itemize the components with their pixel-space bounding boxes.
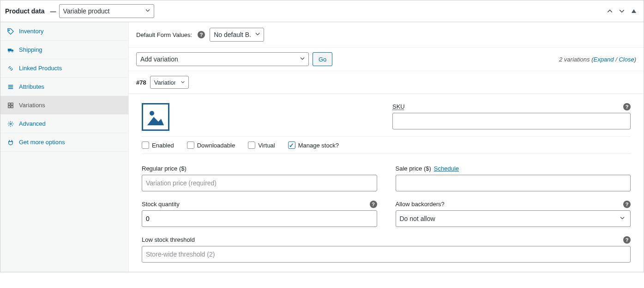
sidebar: Inventory Shipping Linked Products Attri… bbox=[0, 22, 129, 272]
svg-rect-0 bbox=[8, 49, 12, 51]
title-dash: — bbox=[50, 8, 56, 15]
sidebar-item-label: Shipping bbox=[19, 46, 42, 53]
variation-attr-select-wrap: Variation bbox=[150, 76, 189, 89]
panel-title: Product data bbox=[5, 7, 45, 15]
svg-rect-4 bbox=[8, 86, 13, 87]
regular-price-label: Regular price ($) bbox=[142, 165, 377, 172]
svg-point-1 bbox=[8, 51, 10, 52]
link-icon bbox=[7, 65, 14, 72]
help-icon[interactable]: ? bbox=[623, 201, 631, 208]
sidebar-item-variations[interactable]: Variations bbox=[0, 96, 128, 115]
sku-input[interactable] bbox=[392, 113, 631, 129]
sidebar-item-label: Linked Products bbox=[19, 65, 62, 72]
sidebar-item-advanced[interactable]: Advanced bbox=[0, 115, 128, 133]
panel-collapse-up-button[interactable] bbox=[605, 6, 615, 16]
list-icon bbox=[7, 84, 14, 90]
svg-rect-9 bbox=[11, 105, 13, 107]
sidebar-item-attributes[interactable]: Attributes bbox=[0, 78, 128, 96]
enabled-checkbox-wrap[interactable]: Enabled bbox=[142, 141, 174, 149]
allow-backorders-select[interactable]: Do not allow bbox=[396, 210, 631, 227]
downloadable-label: Downloadable bbox=[197, 142, 235, 149]
gear-icon bbox=[7, 121, 14, 127]
grid-icon bbox=[7, 102, 14, 109]
help-icon[interactable]: ? bbox=[370, 201, 377, 208]
check-icon: ✓ bbox=[289, 142, 294, 148]
downloadable-checkbox-wrap[interactable]: Downloadable bbox=[187, 141, 235, 149]
sidebar-item-linked-products[interactable]: Linked Products bbox=[0, 59, 128, 78]
variation-attr-select[interactable]: Variation bbox=[150, 76, 189, 89]
virtual-checkbox[interactable] bbox=[248, 141, 255, 149]
virtual-checkbox-wrap[interactable]: Virtual bbox=[248, 141, 275, 149]
manage-stock-checkbox[interactable]: ✓ bbox=[288, 141, 295, 149]
help-icon[interactable]: ? bbox=[623, 103, 631, 110]
tag-icon bbox=[7, 28, 14, 35]
variation-id: #78 bbox=[136, 79, 146, 86]
svg-rect-7 bbox=[11, 103, 13, 104]
variation-checkboxes-row: Enabled Downloadable Virtual ✓ Manage st… bbox=[142, 136, 631, 154]
variation-action-select[interactable]: Add variation bbox=[136, 52, 309, 66]
product-data-panel: Product data — Variable product bbox=[0, 0, 644, 272]
panel-header-actions bbox=[605, 6, 639, 16]
default-form-label: Default Form Values: bbox=[136, 31, 192, 38]
sidebar-item-get-more-options[interactable]: Get more options bbox=[0, 133, 128, 152]
variation-top-row: SKU ? bbox=[142, 103, 631, 131]
variations-count: 2 variations bbox=[559, 56, 590, 63]
expand-link[interactable]: Expand bbox=[593, 56, 614, 63]
default-form-select[interactable]: No default B... bbox=[210, 28, 264, 42]
svg-point-2 bbox=[12, 51, 13, 52]
low-stock-threshold-input[interactable] bbox=[142, 246, 631, 263]
panel-header: Product data — Variable product bbox=[0, 0, 644, 22]
enabled-checkbox[interactable] bbox=[142, 141, 149, 149]
image-placeholder-icon bbox=[145, 107, 166, 127]
svg-point-10 bbox=[10, 123, 12, 125]
low-stock-threshold-field: Low stock threshold ? bbox=[142, 236, 631, 263]
plug-icon bbox=[7, 139, 14, 146]
regular-price-field: Regular price ($) bbox=[142, 165, 377, 191]
variation-body: SKU ? Enabled Downloadable bbox=[129, 94, 644, 272]
variation-header[interactable]: #78 Variation bbox=[129, 71, 644, 94]
svg-rect-3 bbox=[8, 85, 13, 86]
panel-toggle-button[interactable] bbox=[629, 6, 639, 16]
variation-form-grid: Regular price ($) Sale price ($) Schedul… bbox=[142, 165, 631, 263]
schedule-link[interactable]: Schedule bbox=[434, 165, 459, 172]
sale-price-label: Sale price ($) bbox=[396, 165, 431, 172]
svg-rect-5 bbox=[8, 88, 13, 89]
allow-backorders-field: Allow backorders? ? Do not allow bbox=[396, 201, 631, 227]
svg-point-11 bbox=[150, 111, 154, 116]
help-icon[interactable]: ? bbox=[623, 236, 631, 244]
variations-meta: 2 variations (Expand / Close) bbox=[559, 56, 636, 63]
variation-image-picker[interactable] bbox=[142, 103, 169, 131]
go-button[interactable]: Go bbox=[313, 52, 332, 66]
downloadable-checkbox[interactable] bbox=[187, 141, 194, 149]
virtual-label: Virtual bbox=[258, 142, 275, 149]
stock-quantity-input[interactable] bbox=[142, 210, 377, 227]
panel-collapse-down-button[interactable] bbox=[617, 6, 627, 16]
low-stock-threshold-label: Low stock threshold bbox=[142, 236, 631, 243]
enabled-label: Enabled bbox=[152, 142, 174, 149]
svg-rect-6 bbox=[8, 103, 10, 104]
default-form-select-wrap: No default B... bbox=[210, 28, 264, 42]
svg-rect-8 bbox=[8, 105, 10, 107]
sale-price-input[interactable] bbox=[396, 175, 631, 191]
variation-action-row: Add variation Go 2 variations (Expand / … bbox=[129, 48, 644, 71]
sku-field-wrap: SKU ? bbox=[392, 103, 631, 131]
sidebar-item-label: Attributes bbox=[19, 83, 44, 90]
sale-price-field: Sale price ($) Schedule bbox=[396, 165, 631, 191]
main-content: Default Form Values: ? No default B... A… bbox=[129, 22, 644, 272]
allow-backorders-select-wrap: Do not allow bbox=[396, 210, 631, 227]
manage-stock-checkbox-wrap[interactable]: ✓ Manage stock? bbox=[288, 141, 339, 149]
close-link[interactable]: Close bbox=[619, 56, 634, 63]
variation-action-select-wrap: Add variation bbox=[136, 52, 309, 66]
regular-price-input[interactable] bbox=[142, 175, 377, 191]
product-type-select[interactable]: Variable product bbox=[59, 4, 154, 18]
panel-body: Inventory Shipping Linked Products Attri… bbox=[0, 22, 644, 272]
sidebar-item-shipping[interactable]: Shipping bbox=[0, 41, 128, 59]
sidebar-item-label: Inventory bbox=[19, 28, 43, 35]
stock-quantity-field: Stock quantity ? bbox=[142, 201, 377, 227]
default-form-values-row: Default Form Values: ? No default B... bbox=[129, 22, 644, 48]
help-icon[interactable]: ? bbox=[198, 31, 205, 38]
product-type-select-wrap: Variable product bbox=[59, 4, 154, 18]
sidebar-item-inventory[interactable]: Inventory bbox=[0, 22, 128, 41]
stock-quantity-label: Stock quantity bbox=[142, 201, 377, 208]
sidebar-item-label: Advanced bbox=[19, 120, 46, 127]
